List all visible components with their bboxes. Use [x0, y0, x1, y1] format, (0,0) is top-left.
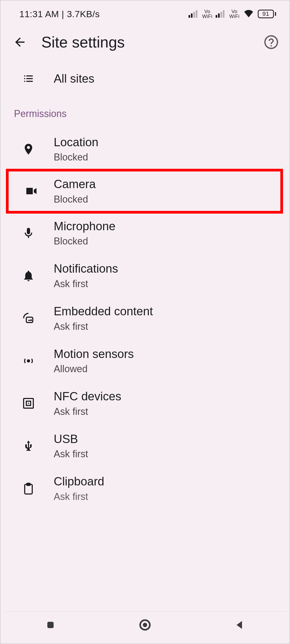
embedded-title: Embedded content: [54, 305, 153, 318]
vowifi-1-label: VoWiFi: [202, 9, 212, 19]
microphone-title: Microphone: [54, 219, 115, 233]
motion-title: Motion sensors: [54, 347, 134, 361]
permission-microphone[interactable]: Microphone Blocked: [3, 212, 287, 255]
phone-frame: 11:31 AM | 3.7KB/s VoWiFi VoWiFi 91: [0, 0, 290, 644]
help-icon: [264, 35, 279, 50]
camera-sub: Blocked: [54, 194, 96, 205]
camera-icon: [25, 185, 38, 197]
permission-location[interactable]: Location Blocked: [3, 128, 287, 171]
svg-rect-7: [47, 622, 53, 628]
embedded-sub: Ask first: [54, 321, 153, 332]
settings-list: All sites Permissions Location Blocked C…: [3, 60, 287, 641]
usb-title: USB: [54, 432, 88, 446]
nfc-sub: Ask first: [54, 406, 121, 417]
all-sites-label: All sites: [54, 72, 95, 86]
status-right: VoWiFi VoWiFi 91: [189, 7, 276, 21]
clipboard-title: Clipboard: [54, 475, 104, 488]
camera-title: Camera: [54, 177, 96, 191]
vowifi-2-label: VoWiFi: [229, 9, 240, 19]
permission-usb[interactable]: USB Ask first: [3, 425, 287, 467]
location-title: Location: [54, 136, 98, 149]
app-header: Site settings: [3, 25, 287, 60]
permission-notifications[interactable]: Notifications Ask first: [3, 254, 287, 297]
microphone-sub: Blocked: [54, 236, 115, 247]
permission-clipboard[interactable]: Clipboard Ask first: [3, 467, 287, 502]
square-icon: [45, 620, 56, 630]
battery-icon: 91: [258, 10, 276, 18]
circle-icon: [139, 619, 151, 631]
status-time: 11:31 AM | 3.7KB/s: [19, 9, 100, 19]
svg-point-9: [143, 623, 147, 627]
signal-2-icon: [216, 10, 226, 18]
notifications-title: Notifications: [54, 262, 118, 276]
back-button[interactable]: [13, 35, 27, 49]
permission-camera[interactable]: Camera Blocked: [6, 169, 283, 214]
clock-text: 11:31 AM: [19, 9, 59, 19]
help-button[interactable]: [264, 35, 279, 50]
status-bar: 11:31 AM | 3.7KB/s VoWiFi VoWiFi 91: [3, 3, 287, 25]
signal-1-icon: [189, 10, 198, 18]
permission-motion-sensors[interactable]: Motion sensors Allowed: [3, 340, 287, 382]
nfc-icon: [22, 397, 35, 410]
svg-rect-5: [28, 403, 29, 404]
wifi-icon: [243, 7, 255, 21]
bell-icon: [22, 269, 35, 282]
arrow-left-icon: [13, 35, 27, 49]
nav-recents-button[interactable]: [40, 614, 61, 636]
location-sub: Blocked: [54, 152, 98, 163]
netspeed-text: 3.7KB/s: [67, 9, 100, 19]
svg-point-2: [27, 359, 30, 363]
section-header: Permissions: [3, 95, 287, 128]
nfc-title: NFC devices: [54, 390, 121, 403]
clipboard-sub: Ask first: [54, 491, 104, 502]
motion-sub: Allowed: [54, 363, 134, 375]
system-navbar: [3, 611, 287, 638]
page-title: Site settings: [41, 33, 125, 51]
battery-level: 91: [262, 10, 269, 17]
clipboard-icon: [22, 482, 35, 495]
microphone-icon: [22, 227, 35, 240]
all-sites-row[interactable]: All sites: [3, 62, 287, 95]
screen: 11:31 AM | 3.7KB/s VoWiFi VoWiFi 91: [3, 3, 287, 641]
nav-back-button[interactable]: [229, 614, 250, 636]
usb-sub: Ask first: [54, 448, 88, 460]
embedded-icon: [22, 312, 35, 325]
triangle-left-icon: [234, 619, 245, 631]
section-title: Permissions: [14, 108, 276, 119]
notifications-sub: Ask first: [54, 278, 118, 290]
location-icon: [22, 143, 35, 156]
permission-nfc-devices[interactable]: NFC devices Ask first: [3, 382, 287, 425]
permission-embedded-content[interactable]: Embedded content Ask first: [3, 297, 287, 340]
motion-icon: [22, 354, 35, 367]
nav-home-button[interactable]: [134, 614, 156, 636]
list-icon: [22, 72, 35, 85]
usb-icon: [22, 440, 35, 452]
